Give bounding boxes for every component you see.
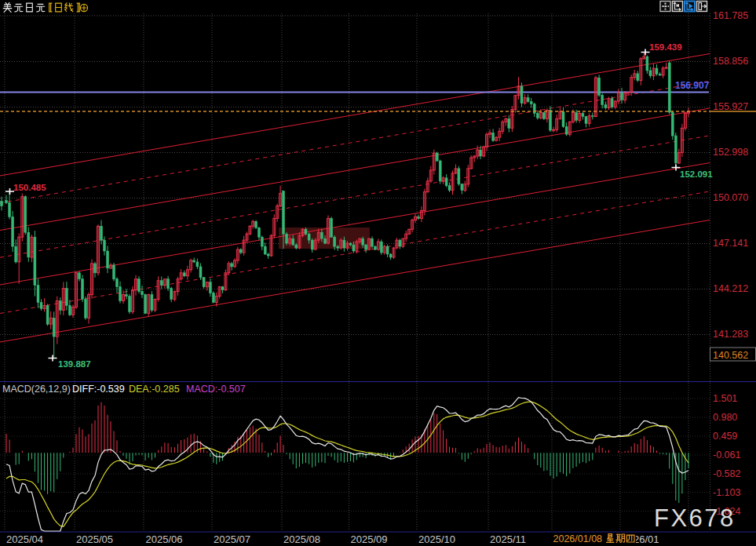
svg-text:161.785: 161.785 bbox=[713, 10, 748, 21]
svg-text:158.856: 158.856 bbox=[713, 56, 748, 67]
svg-text:-1.103: -1.103 bbox=[713, 487, 740, 498]
svg-text:2025/08: 2025/08 bbox=[283, 533, 320, 545]
svg-text:2025/11: 2025/11 bbox=[490, 533, 526, 545]
svg-text:2025/07: 2025/07 bbox=[214, 533, 250, 545]
svg-text:152.091: 152.091 bbox=[680, 169, 713, 179]
svg-text:156.907: 156.907 bbox=[675, 80, 710, 91]
svg-text:159.439: 159.439 bbox=[649, 42, 682, 52]
svg-text:1.501: 1.501 bbox=[713, 393, 737, 404]
svg-text:2025/06: 2025/06 bbox=[146, 533, 183, 545]
svg-text:155.927: 155.927 bbox=[713, 101, 748, 112]
svg-text:DIFF:-0.539: DIFF:-0.539 bbox=[72, 384, 125, 395]
svg-text:139.887: 139.887 bbox=[58, 359, 91, 369]
svg-text:140.562: 140.562 bbox=[713, 350, 748, 361]
svg-text:2025/10: 2025/10 bbox=[418, 533, 455, 545]
svg-text:-0.582: -0.582 bbox=[713, 468, 740, 479]
svg-text:2025/09: 2025/09 bbox=[351, 533, 388, 545]
svg-text:MACD(26,12,9): MACD(26,12,9) bbox=[2, 384, 71, 395]
svg-text:152.998: 152.998 bbox=[713, 147, 748, 158]
svg-text:144.212: 144.212 bbox=[713, 283, 748, 294]
svg-text:DEA:-0.285: DEA:-0.285 bbox=[129, 384, 180, 395]
svg-text:MACD:-0.507: MACD:-0.507 bbox=[186, 384, 246, 395]
svg-text:147.141: 147.141 bbox=[713, 238, 748, 249]
svg-text:2026/01/08: 2026/01/08 bbox=[553, 533, 603, 544]
svg-text:0.459: 0.459 bbox=[713, 431, 737, 442]
svg-text:150.485: 150.485 bbox=[13, 183, 46, 192]
svg-text:2025/05: 2025/05 bbox=[76, 533, 113, 545]
svg-text:FX678: FX678 bbox=[654, 504, 736, 532]
svg-text:141.283: 141.283 bbox=[713, 329, 748, 340]
svg-text:0.980: 0.980 bbox=[713, 412, 737, 423]
svg-text:150.070: 150.070 bbox=[713, 192, 748, 203]
svg-text:2025/04: 2025/04 bbox=[6, 533, 43, 545]
svg-text:-0.061: -0.061 bbox=[713, 450, 740, 460]
